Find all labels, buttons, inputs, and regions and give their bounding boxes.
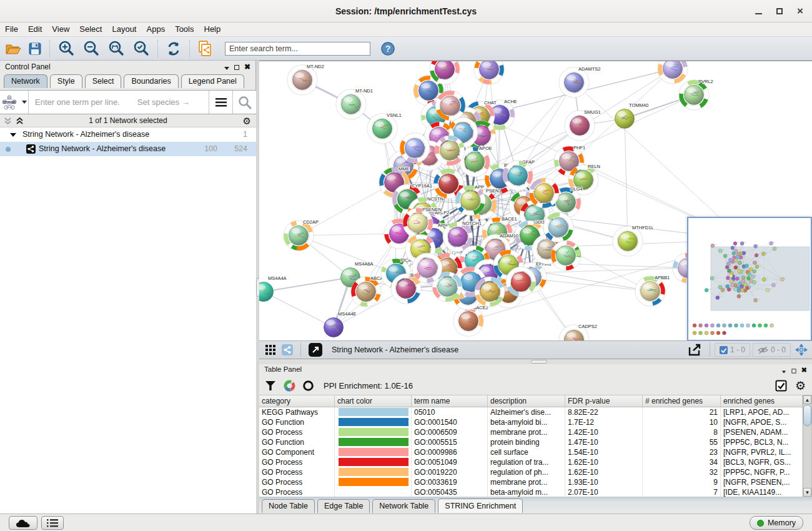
node-tomm40[interactable]: TOMM40 [615, 102, 649, 129]
table-scrollbar[interactable]: ▲ ▼ [803, 395, 812, 497]
menu-tools[interactable]: Tools [170, 22, 199, 36]
node[interactable] [474, 61, 504, 84]
tab-select[interactable]: Select [85, 74, 122, 88]
menu-select[interactable]: Select [74, 22, 107, 36]
node-pvrl2[interactable]: PVRL2 [679, 79, 713, 110]
zoom-out-icon[interactable] [82, 39, 101, 58]
node-apbb1[interactable]: APBB1 [635, 275, 670, 306]
grid-mode-icon[interactable] [265, 345, 275, 355]
column-header-chart-color[interactable]: chart color [335, 395, 412, 407]
memory-button[interactable]: Memory [750, 516, 803, 530]
view-share-icon[interactable] [282, 344, 293, 355]
menu-apps[interactable]: Apps [142, 22, 171, 36]
node[interactable] [435, 91, 465, 121]
table-row[interactable]: GO ProcessGO:0050435beta-amyloid m...2.0… [259, 487, 803, 497]
open-session-icon[interactable] [5, 41, 21, 56]
enrichment-settings-gear-icon[interactable]: ⚙ [795, 379, 806, 393]
refresh-icon[interactable] [165, 40, 182, 57]
node-cd2ap[interactable]: CD2AP [284, 219, 319, 251]
maximize-button[interactable] [776, 7, 785, 16]
panel-close-icon[interactable]: ✖ [244, 62, 252, 71]
node[interactable] [506, 267, 536, 297]
tab-node-table[interactable]: Node Table [262, 499, 315, 513]
tab-network[interactable]: Network [4, 74, 47, 88]
panel-menu-icon[interactable] [224, 67, 229, 70]
selected-checkbox-icon[interactable] [720, 346, 728, 354]
network-row-selected[interactable]: String Network - Alzheimer's disease 100… [0, 142, 256, 156]
export-network-icon[interactable] [687, 343, 702, 357]
table-row[interactable]: GO ProcessGO:0051049regulation of tra...… [259, 457, 803, 467]
minimize-button[interactable] [755, 7, 763, 16]
save-session-icon[interactable] [27, 41, 42, 56]
node-adamts2[interactable]: ADAMTS2 [559, 66, 600, 97]
network-collection-row[interactable]: String Network - Alzheimer's disease 1 [0, 127, 256, 142]
node-vsnl1[interactable]: VSNL1 [367, 112, 402, 144]
network-from-clipboard-icon[interactable] [197, 39, 214, 58]
column-header-category[interactable]: category [259, 395, 335, 407]
task-history-button[interactable] [41, 516, 64, 530]
cloud-tasks-button[interactable] [9, 516, 37, 530]
string-search-icon[interactable] [233, 91, 256, 114]
tab-boundaries[interactable]: Boundaries [124, 74, 178, 88]
network-list-gear-icon[interactable]: ⚙ [243, 116, 251, 127]
node-mthfd1l[interactable]: MTHFD1L [613, 225, 654, 256]
tab-network-table[interactable]: Network Table [372, 499, 435, 513]
node[interactable] [529, 178, 559, 208]
search-input[interactable] [225, 42, 370, 56]
column-header-FDR-p-value[interactable]: FDR p-value [565, 395, 643, 407]
node-mt-nd2[interactable]: MT-ND2 [287, 64, 324, 95]
string-options-menu-icon[interactable] [209, 91, 232, 114]
panel-float-icon[interactable] [234, 65, 239, 70]
node-ms4a4e[interactable]: MS4A4E [324, 311, 357, 337]
chart-donut-icon[interactable] [284, 380, 295, 392]
node[interactable] [400, 133, 430, 163]
tab-string-enrichment[interactable]: STRING Enrichment [438, 499, 523, 513]
tree-expander-icon[interactable] [10, 133, 16, 137]
column-header-enriched-genes[interactable]: # enriched genes [643, 395, 721, 407]
tab-edge-table[interactable]: Edge Table [317, 499, 370, 513]
close-button[interactable]: × [796, 7, 805, 16]
column-header-enriched-genes[interactable]: enriched genes [721, 395, 803, 407]
tab-style[interactable]: Style [50, 74, 82, 88]
node[interactable] [475, 277, 505, 307]
set-species-label[interactable]: Set species → [137, 97, 209, 107]
menu-help[interactable]: Help [199, 22, 226, 36]
filter-icon[interactable] [265, 381, 275, 390]
column-header-term-name[interactable]: term name [412, 395, 488, 407]
eye-slash-icon[interactable] [758, 346, 768, 354]
scroll-up-icon[interactable]: ▲ [803, 395, 811, 404]
menu-layout[interactable]: Layout [107, 22, 141, 36]
horizontal-splitter-handle[interactable] [531, 360, 547, 364]
tab-legend-panel[interactable]: Legend Panel [181, 74, 244, 88]
table-row[interactable]: KEGG Pathways05010Alzheimer's dise...8.8… [259, 407, 803, 417]
zoom-selected-icon[interactable] [132, 39, 151, 58]
node[interactable] [412, 253, 442, 283]
table-row[interactable]: GO ProcessGO:0019220regulation of ph...1… [259, 467, 803, 477]
string-query-placeholder[interactable]: Enter one term per line. [35, 97, 120, 107]
menu-view[interactable]: View [47, 22, 74, 36]
menu-edit[interactable]: Edit [23, 22, 47, 36]
select-all-checkbox-icon[interactable] [775, 380, 787, 392]
menu-file[interactable]: File [0, 22, 23, 36]
table-panel-float-icon[interactable] [791, 369, 796, 373]
node[interactable] [435, 136, 465, 166]
birds-eye-toggle-icon[interactable] [795, 343, 808, 357]
table-panel-menu-icon[interactable] [782, 370, 786, 373]
scroll-down-icon[interactable]: ▼ [803, 488, 811, 497]
detach-view-icon[interactable] [309, 343, 322, 357]
scrollbar-thumb[interactable] [803, 405, 811, 426]
node-smug1[interactable]: SMUG1 [565, 109, 601, 141]
collapse-all-icon[interactable] [4, 117, 12, 125]
table-row[interactable]: GO ComponentGO:0009986cell surface1.54E-… [259, 447, 803, 457]
help-icon[interactable]: ? [380, 41, 395, 56]
table-row[interactable]: GO ProcessGO:0033619membrane prot...1.93… [259, 477, 803, 487]
node[interactable] [551, 241, 581, 270]
expand-all-icon[interactable] [16, 117, 24, 125]
string-protein-query-dropdown[interactable]: STRING [0, 91, 29, 114]
ring-chart-icon[interactable] [302, 380, 314, 392]
column-header-description[interactable]: description [488, 395, 565, 407]
network-canvas[interactable]: MT-ND2MT-ND1VSNL1GAB2ADAMTS2PVRL2TOMM40S… [259, 61, 812, 340]
node[interactable] [658, 61, 688, 84]
node-mt-nd1[interactable]: MT-ND1 [336, 88, 373, 119]
birds-eye-view[interactable] [687, 217, 812, 341]
